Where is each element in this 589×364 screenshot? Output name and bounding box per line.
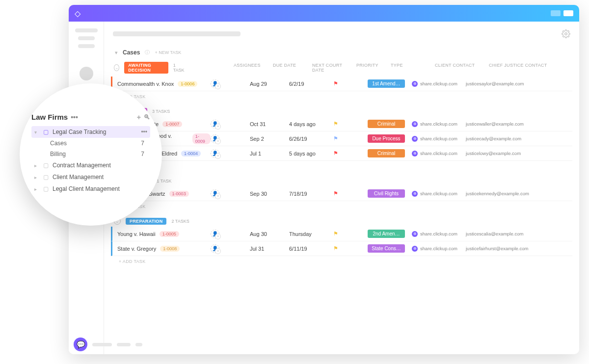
group-header[interactable]: ⌄ REVIEW 1 TASK: [111, 176, 572, 186]
due-date[interactable]: Jul 31: [250, 246, 289, 252]
next-court-date[interactable]: Thursday: [289, 231, 333, 237]
task-row[interactable]: Planned Parenthood v. Reynolds1-0009 👤 S…: [111, 131, 572, 146]
due-date[interactable]: Oct 31: [250, 121, 289, 127]
next-court-date[interactable]: 4 days ago: [289, 121, 333, 127]
task-name: Young v. Hawaii: [117, 231, 156, 237]
client-contact[interactable]: ⊕share.clickup.com: [412, 121, 466, 127]
list-info-icon[interactable]: ⓘ: [145, 49, 150, 56]
folder-name: Legal Case Tracking: [53, 129, 106, 135]
sidebar-folder[interactable]: ▸ ▢ Contract Management: [31, 159, 150, 171]
settings-gear-icon[interactable]: [562, 29, 570, 40]
add-task-button[interactable]: + ADD TASK: [111, 201, 572, 212]
window-buttons: [551, 10, 573, 16]
due-date[interactable]: Sep 2: [250, 136, 289, 142]
assignee-placeholder-icon[interactable]: 👤: [211, 120, 219, 129]
add-task-button[interactable]: + ADD TASK: [111, 256, 572, 267]
due-date[interactable]: Aug 29: [250, 81, 289, 87]
task-row[interactable]: State v. Gregory1-0008 👤 Jul 31 6/11/19 …: [111, 241, 572, 256]
sidebar-folder[interactable]: ▾ ▢ Legal Case Tracking •••: [31, 126, 150, 138]
titlebar: ◇: [69, 5, 579, 22]
placeholder: [75, 28, 98, 32]
chief-justice-contact[interactable]: justicesaylor@example.com: [466, 81, 549, 86]
assignee-placeholder-icon[interactable]: 👤: [211, 244, 219, 253]
task-count: 3 TASKS: [152, 109, 170, 114]
add-task-button[interactable]: + ADD TASK: [111, 161, 572, 172]
space-header[interactable]: Law Firms ••• + 🔍︎: [31, 113, 150, 121]
task-row[interactable]: Commonwealth v. Knox1-0006 👤 Aug 29 6/2/…: [111, 77, 572, 91]
next-court-date[interactable]: 6/11/19: [289, 246, 333, 252]
type-pill[interactable]: 1st Amend…: [368, 79, 405, 88]
priority-flag-icon[interactable]: ⚑: [333, 135, 338, 142]
group-header[interactable]: ⌄ TRIAL 3 TASKS: [111, 106, 572, 117]
assignee-placeholder-icon[interactable]: 👤: [211, 189, 219, 198]
main-header: [104, 22, 579, 46]
chief-justice-contact[interactable]: justicekennedy@example.com: [466, 191, 549, 196]
list-name: Billing: [50, 151, 66, 157]
bottom-bar: 💬: [74, 338, 142, 351]
list-toggle-icon[interactable]: ▾: [115, 50, 118, 56]
folder-more-icon[interactable]: •••: [141, 129, 147, 135]
assignee-placeholder-icon[interactable]: 👤: [211, 149, 219, 158]
priority-flag-icon[interactable]: ⚑: [333, 121, 338, 127]
priority-flag-icon[interactable]: ⚑: [333, 190, 338, 197]
task-row[interactable]: Rodriguez v. Swartz1-0003 👤 Sep 30 7/18/…: [111, 186, 572, 201]
priority-flag-icon[interactable]: ⚑: [333, 231, 338, 237]
chief-justice-contact[interactable]: justicelowy@example.com: [466, 151, 549, 156]
sidebar-folder[interactable]: ▸ ▢ Client Management: [31, 171, 150, 183]
link-icon: ⊕: [412, 191, 418, 197]
task-id-badge: 1-0007: [162, 121, 182, 127]
priority-flag-icon[interactable]: ⚑: [333, 150, 338, 156]
collapse-icon[interactable]: ⌄: [114, 64, 119, 71]
next-court-date[interactable]: 6/26/19: [289, 136, 333, 142]
next-court-date[interactable]: 6/2/19: [289, 81, 333, 87]
add-task-button[interactable]: + ADD TASK: [111, 91, 572, 102]
chevron-icon: ▸: [34, 186, 39, 192]
window-maximize-button[interactable]: [563, 10, 573, 16]
sidebar-list[interactable]: Cases7: [50, 138, 150, 149]
type-pill[interactable]: Due Process: [368, 134, 405, 143]
due-date[interactable]: Sep 30: [250, 191, 289, 197]
client-contact[interactable]: ⊕share.clickup.com: [412, 136, 466, 142]
task-count: 1 TASK: [173, 63, 185, 73]
client-contact[interactable]: ⊕share.clickup.com: [412, 191, 466, 197]
chief-justice-contact[interactable]: justicewaller@example.com: [466, 121, 549, 127]
client-contact[interactable]: ⊕share.clickup.com: [412, 246, 466, 252]
assignee-placeholder-icon[interactable]: 👤: [211, 230, 219, 238]
status-pill[interactable]: PREPARATION: [126, 218, 166, 225]
chief-justice-contact[interactable]: justicecady@example.com: [466, 136, 549, 141]
task-row[interactable]: Commonwealth v. Eldred1-0004 👤 Jul 1 5 d…: [111, 146, 572, 161]
group-header[interactable]: ⌄ PREPARATION 2 TASKS: [111, 216, 572, 227]
priority-flag-icon[interactable]: ⚑: [333, 80, 338, 87]
task-row[interactable]: Chandler v. State1-0007 👤 Oct 31 4 days …: [111, 117, 572, 131]
status-pill[interactable]: AWAITING DECISION: [124, 62, 168, 74]
priority-flag-icon[interactable]: ⚑: [333, 245, 338, 252]
client-contact[interactable]: ⊕share.clickup.com: [412, 231, 466, 237]
due-date[interactable]: Jul 1: [250, 151, 289, 156]
type-pill[interactable]: Civil Rights: [368, 189, 405, 198]
client-contact[interactable]: ⊕share.clickup.com: [412, 151, 466, 156]
chief-justice-contact[interactable]: justicescalia@example.com: [466, 231, 549, 236]
window-minimize-button[interactable]: [551, 10, 561, 16]
search-icon[interactable]: 🔍︎: [144, 113, 150, 121]
chat-icon[interactable]: 💬: [74, 338, 87, 351]
next-court-date[interactable]: 5 days ago: [289, 151, 333, 156]
chief-justice-contact[interactable]: justicefairhurst@example.com: [466, 246, 549, 251]
space-more-icon[interactable]: •••: [71, 113, 78, 121]
status-group: ⌄ AWAITING DECISION 1 TASK ASSIGNEESDUE …: [111, 59, 572, 102]
type-pill[interactable]: State Cons…: [368, 244, 405, 253]
type-pill[interactable]: 2nd Amen…: [368, 230, 405, 238]
type-pill[interactable]: Criminal: [368, 149, 405, 157]
add-folder-icon[interactable]: +: [137, 113, 141, 121]
type-pill[interactable]: Criminal: [368, 120, 405, 128]
next-court-date[interactable]: 7/18/19: [289, 191, 333, 197]
new-task-button[interactable]: + NEW TASK: [155, 50, 181, 55]
client-contact[interactable]: ⊕share.clickup.com: [412, 81, 466, 87]
sidebar-folder[interactable]: ▸ ▢ Legal Client Management: [31, 183, 150, 195]
sidebar-list[interactable]: Billing7: [50, 149, 150, 159]
group-header[interactable]: ⌄ AWAITING DECISION 1 TASK ASSIGNEESDUE …: [111, 59, 572, 77]
assignee-placeholder-icon[interactable]: 👤: [211, 79, 219, 88]
assignee-placeholder-icon[interactable]: 👤: [211, 134, 219, 143]
task-row[interactable]: Young v. Hawaii1-0005 👤 Aug 30 Thursday …: [111, 227, 572, 241]
link-icon: ⊕: [412, 136, 418, 142]
due-date[interactable]: Aug 30: [250, 231, 289, 237]
